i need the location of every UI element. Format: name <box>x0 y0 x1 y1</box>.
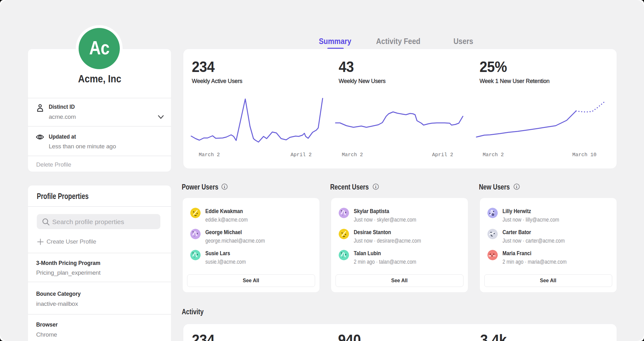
svg-text:i: i <box>224 184 225 189</box>
svg-text:i: i <box>516 184 517 189</box>
svg-text:i: i <box>375 184 376 189</box>
